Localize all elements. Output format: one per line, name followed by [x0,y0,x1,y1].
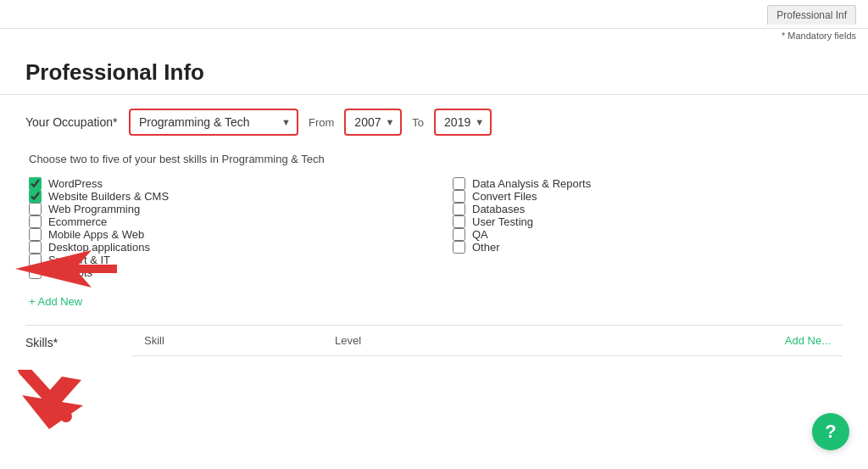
skill-item-convert-files: Convert Files [453,190,843,203]
skill-label-user-testing: User Testing [472,215,533,228]
mandatory-note: * Mandatory fields [782,31,856,41]
skill-checkbox-other[interactable] [453,241,465,254]
skill-item-databases: Databases [453,203,843,215]
skill-label-mobile-apps: Mobile Apps & Web [48,228,144,241]
skill-item-website-builders: Website Builders & CMS [29,190,419,203]
col-skill: Skill [132,326,323,356]
skill-item-web-programming: Web Programming [29,203,419,215]
skill-label-website-builders: Website Builders & CMS [48,190,169,203]
from-year-wrapper: 2007 200820092010 201120122013 201420152… [344,109,402,136]
skill-label-qa: QA [472,228,488,241]
skills-label: Skills* [25,326,119,349]
from-label: From [309,116,334,129]
help-fab-button[interactable]: ? [812,413,849,450]
skill-item-qa: QA [453,228,843,241]
skill-checkbox-user-testing[interactable] [453,215,465,228]
svg-marker-0 [15,250,117,288]
skill-checkbox-databases[interactable] [453,203,465,215]
to-year-wrapper: 200720082009 201020112012 201320142015 2… [434,109,492,136]
occupation-select-wrapper: Programming & Tech Design Writing Market… [129,109,298,136]
skills-table-wrapper: Skill Level Add Ne... [132,326,843,356]
skill-item-wordpress: WordPress [29,177,419,190]
add-new-button[interactable]: + Add New [25,295,82,308]
skills-instruction: Choose two to five of your best skills i… [25,153,843,165]
skills-section: Skills* Skill Level Add Ne... [0,325,868,356]
from-year-select[interactable]: 2007 200820092010 201120122013 201420152… [344,109,402,136]
to-label: To [412,116,424,129]
skill-checkbox-qa[interactable] [453,228,465,241]
skill-label-other: Other [472,241,500,254]
skill-label-databases: Databases [472,203,525,215]
top-tab-label: Professional Inf [776,9,847,21]
skill-checkbox-ecommerce[interactable] [29,215,42,228]
skill-checkbox-convert-files[interactable] [453,190,465,203]
skill-checkbox-website-builders[interactable] [29,190,42,203]
skill-label-wordpress: WordPress [48,177,103,190]
skill-checkbox-web-programming[interactable] [29,203,42,215]
to-year-select[interactable]: 200720082009 201020112012 201320142015 2… [434,109,492,136]
occupation-select[interactable]: Programming & Tech Design Writing Market… [129,109,298,136]
skill-label-ecommerce: Ecommerce [48,215,107,228]
skill-checkbox-wordpress[interactable] [29,177,42,190]
skill-label-web-programming: Web Programming [48,203,140,215]
arrow-1 [15,250,117,290]
skill-item-user-testing: User Testing [453,215,843,228]
skills-right-col: Data Analysis & Reports Convert Files Da… [453,177,843,279]
col-level: Level [323,326,540,356]
page-title: Professional Info [0,44,868,94]
top-tab[interactable]: Professional Inf [767,5,856,25]
skill-checkbox-data-analysis[interactable] [453,177,465,190]
occupation-label: Your Occupation* [25,115,119,129]
skill-checkbox-mobile-apps[interactable] [29,228,42,241]
skill-label-convert-files: Convert Files [472,190,537,203]
skill-label-data-analysis: Data Analysis & Reports [472,177,591,190]
skill-item-ecommerce: Ecommerce [29,215,419,228]
skill-item-mobile-apps: Mobile Apps & Web [29,228,419,241]
col-add[interactable]: Add Ne... [540,326,843,356]
skills-grid: WordPress Website Builders & CMS Web Pro… [25,177,843,279]
arrow-2 [15,370,100,432]
skill-item-other: Other [453,241,843,254]
skill-item-data-analysis: Data Analysis & Reports [453,177,843,190]
skills-table: Skill Level Add Ne... [132,326,843,356]
